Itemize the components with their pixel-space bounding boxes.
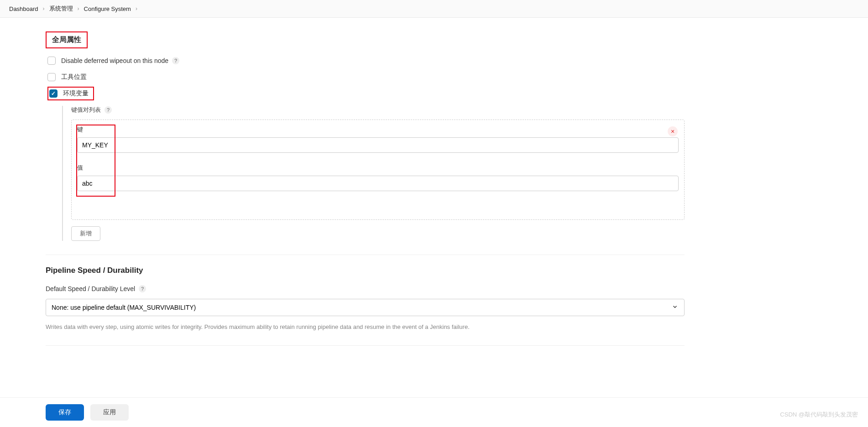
global-properties-title-wrap: 全局属性 [46,31,88,48]
chevron-right-icon: › [136,5,137,12]
env-vars-checkbox[interactable] [49,89,58,98]
section-divider [46,255,685,255]
value-label: 值 [77,164,679,172]
disable-wipeout-label: Disable deferred wipeout on this node [61,57,168,64]
global-properties-title: 全局属性 [47,32,87,47]
durability-help-text: Writes data with every step, using atomi… [46,323,685,332]
key-field-block: 键 [77,125,679,153]
value-input[interactable] [77,176,679,191]
help-icon[interactable]: ? [105,106,112,114]
kv-list-label: 键值对列表 [71,106,101,114]
key-label: 键 [77,125,679,134]
pipeline-section-title: Pipeline Speed / Durability [46,266,685,275]
tool-locations-checkbox[interactable] [47,73,56,81]
chevron-right-icon: › [78,5,79,12]
breadcrumb-item-dashboard[interactable]: Dashboard [9,5,38,12]
disable-wipeout-checkbox[interactable] [47,57,56,65]
tool-locations-row: 工具位置 [47,73,685,81]
chevron-right-icon: › [43,5,45,12]
env-vars-label: 环境变量 [63,89,89,98]
env-vars-section: 键值对列表 ? × 键 值 新增 [62,106,685,241]
value-field-block: 值 [77,164,679,191]
durability-select-wrap: None: use pipeline default (MAX_SURVIVAB… [46,299,685,316]
help-icon[interactable]: ? [172,57,179,64]
env-vars-row: 环境变量 [47,87,685,100]
section-divider [46,345,685,346]
durability-level-label: Default Speed / Durability Level ? [46,285,685,292]
breadcrumb-item-system[interactable]: 系统管理 [49,5,73,13]
breadcrumb: Dashboard › 系统管理 › Configure System › [0,0,868,18]
disable-wipeout-row: Disable deferred wipeout on this node ? [47,57,685,65]
tool-locations-label: 工具位置 [61,73,87,81]
main-content: 全局属性 Disable deferred wipeout on this no… [0,18,730,391]
key-input[interactable] [77,137,679,153]
kv-list-label-row: 键值对列表 ? [71,106,685,114]
durability-select[interactable]: None: use pipeline default (MAX_SURVIVAB… [46,299,685,316]
kv-container: × 键 值 [71,120,685,220]
breadcrumb-item-configure[interactable]: Configure System [84,5,131,12]
add-entry-button[interactable]: 新增 [71,226,100,241]
help-icon[interactable]: ? [139,285,146,292]
